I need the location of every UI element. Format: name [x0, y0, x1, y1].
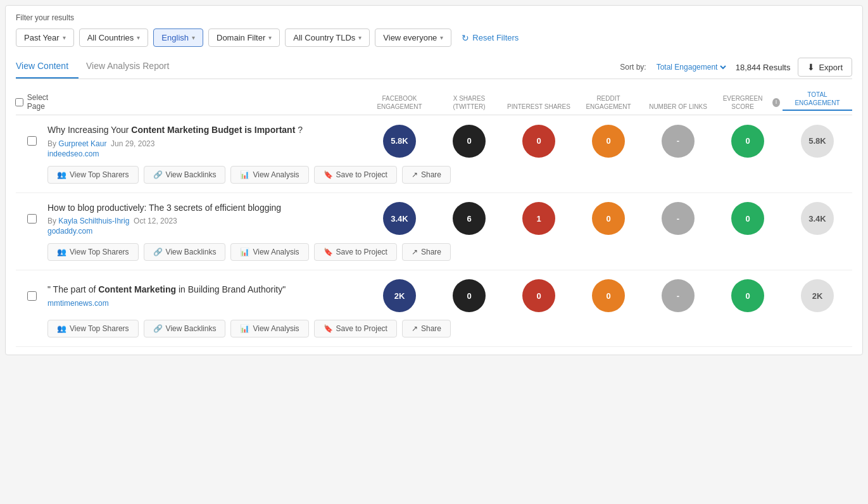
language-filter-label: English	[161, 33, 189, 42]
link-icon: 🔗	[153, 248, 163, 256]
row2-top-sharers-label: View Top Sharers	[70, 248, 129, 256]
link-icon: 🔗	[153, 170, 163, 179]
row1-save-label: Save to Project	[336, 170, 387, 179]
row3-pinterest: 0	[504, 279, 574, 312]
row2-evergreen-circle: 0	[731, 202, 764, 235]
row3-top-sharers-label: View Top Sharers	[70, 324, 129, 333]
tab-view-analysis[interactable]: View Analysis Report	[86, 56, 179, 79]
row1-total: 5.8K	[783, 125, 852, 158]
row1-domain[interactable]: indeedseo.com	[47, 149, 358, 158]
row3-links: -	[643, 279, 713, 312]
chevron-down-icon: ▾	[358, 34, 362, 41]
row2-domain[interactable]: godaddy.com	[47, 227, 358, 236]
share-icon: ↗	[412, 170, 418, 179]
select-page-header[interactable]: Select Page	[16, 93, 47, 111]
row3-backlinks-button[interactable]: 🔗 View Backlinks	[144, 320, 226, 337]
row1-info: Why Increasing Your Content Marketing Bu…	[47, 124, 365, 158]
row2-top-sharers-button[interactable]: 👥 View Top Sharers	[47, 243, 139, 261]
row1-save-button[interactable]: 🔖 Save to Project	[314, 166, 397, 184]
row2-analysis-button[interactable]: 📊 View Analysis	[230, 243, 308, 261]
row2-links: -	[643, 202, 713, 235]
row2-checkbox-cell	[16, 214, 47, 224]
reddit-header: REDDIT ENGAGEMENT	[574, 94, 643, 111]
row2-analysis-label: View Analysis	[253, 248, 299, 256]
row1-checkbox[interactable]	[27, 136, 37, 146]
row2-share-label: Share	[421, 248, 441, 256]
row3-pinterest-circle: 0	[522, 279, 555, 312]
row2-facebook-circle: 3.4K	[383, 202, 416, 235]
row2-share-button[interactable]: ↗ Share	[402, 243, 451, 261]
table-row: How to blog productively: The 3 secrets …	[16, 193, 852, 271]
row2-twitter-circle: 6	[453, 202, 486, 235]
row3-analysis-button[interactable]: 📊 View Analysis	[230, 320, 308, 337]
pinterest-header: PINTEREST SHARES	[504, 103, 574, 111]
row3-checkbox[interactable]	[27, 291, 37, 301]
row1-pinterest: 0	[504, 125, 574, 158]
row3-reddit: 0	[574, 279, 643, 312]
row2-author-link[interactable]: Kayla Schilthuis-Ihrig	[58, 217, 129, 225]
results-count: 18,844 Results	[736, 63, 791, 72]
select-page-label: Select Page	[27, 93, 48, 111]
row1-actions: 👥 View Top Sharers 🔗 View Backlinks 📊 Vi…	[16, 158, 852, 192]
chart-icon: 📊	[240, 324, 249, 333]
row3-links-circle: -	[662, 279, 695, 312]
reset-icon: ↻	[462, 33, 469, 43]
audience-filter[interactable]: View everyone ▾	[375, 28, 451, 47]
chevron-down-icon: ▾	[268, 34, 272, 41]
total-header: TOTAL ENGAGEMENT	[783, 91, 852, 111]
share-icon: ↗	[412, 324, 418, 333]
row2-actions: 👥 View Top Sharers 🔗 View Backlinks 📊 Vi…	[16, 236, 852, 270]
row1-share-button[interactable]: ↗ Share	[402, 166, 451, 184]
row1-facebook: 5.8K	[365, 125, 434, 158]
info-icon[interactable]: i	[772, 98, 780, 107]
select-all-checkbox[interactable]	[15, 98, 23, 107]
bookmark-icon: 🔖	[324, 248, 333, 256]
time-filter[interactable]: Past Year ▾	[16, 28, 74, 47]
twitter-header: X SHARES (TWITTER)	[434, 94, 504, 111]
row1-backlinks-button[interactable]: 🔗 View Backlinks	[144, 166, 226, 184]
facebook-header: FACEBOOK ENGAGEMENT	[365, 94, 434, 111]
export-button[interactable]: ⬇ Export	[798, 58, 852, 77]
row1-meta: By Gurpreet Kaur Jun 29, 2023	[47, 139, 358, 148]
row3-top-sharers-button[interactable]: 👥 View Top Sharers	[47, 320, 139, 337]
row2-twitter: 6	[434, 202, 504, 235]
row2-checkbox[interactable]	[27, 214, 37, 224]
tabs-toolbar-row: View Content View Analysis Report Sort b…	[16, 56, 852, 79]
row3-facebook: 2K	[365, 279, 434, 312]
domain-filter[interactable]: Domain Filter ▾	[208, 28, 280, 47]
row1-total-circle: 5.8K	[801, 125, 834, 158]
row3-evergreen: 0	[713, 279, 783, 312]
row2-total: 3.4K	[783, 202, 852, 235]
row1-date: Jun 29, 2023	[111, 139, 154, 148]
tld-filter[interactable]: All Country TLDs ▾	[285, 28, 370, 47]
tld-filter-label: All Country TLDs	[293, 33, 355, 42]
row1-links-circle: -	[662, 125, 695, 158]
row1-evergreen-circle: 0	[731, 125, 764, 158]
row1-top-sharers-label: View Top Sharers	[70, 170, 129, 179]
tab-view-content[interactable]: View Content	[16, 56, 79, 79]
row2-save-button[interactable]: 🔖 Save to Project	[314, 243, 397, 261]
country-filter[interactable]: All Countries ▾	[79, 28, 149, 47]
filter-row: Past Year ▾ All Countries ▾ English ▾ Do…	[16, 28, 852, 47]
row2-meta: By Kayla Schilthuis-Ihrig Oct 12, 2023	[47, 217, 358, 225]
row2-backlinks-button[interactable]: 🔗 View Backlinks	[144, 243, 226, 261]
users-icon: 👥	[57, 248, 66, 256]
row3-facebook-circle: 2K	[383, 279, 416, 312]
language-filter[interactable]: English ▾	[153, 28, 203, 47]
filter-label: Filter your results	[16, 13, 852, 22]
row3-share-button[interactable]: ↗ Share	[402, 320, 451, 337]
toolbar-right: Sort by: Total Engagement 18,844 Results…	[620, 58, 852, 77]
row2-total-circle: 3.4K	[801, 202, 834, 235]
row3-info: " The part of Content Marketing in Build…	[47, 284, 365, 308]
row1-top-sharers-button[interactable]: 👥 View Top Sharers	[47, 166, 139, 184]
row2-links-circle: -	[662, 202, 695, 235]
row3-save-button[interactable]: 🔖 Save to Project	[314, 320, 397, 337]
reset-filters-button[interactable]: ↻ Reset Filters	[462, 33, 519, 43]
row3-total: 2K	[783, 279, 852, 312]
row1-pinterest-circle: 0	[522, 125, 555, 158]
row3-domain[interactable]: mmtimenews.com	[47, 299, 358, 308]
row1-author-link[interactable]: Gurpreet Kaur	[58, 139, 106, 148]
row1-analysis-button[interactable]: 📊 View Analysis	[230, 166, 308, 184]
chevron-down-icon: ▾	[63, 34, 66, 41]
sort-select[interactable]: Total Engagement	[654, 62, 728, 72]
